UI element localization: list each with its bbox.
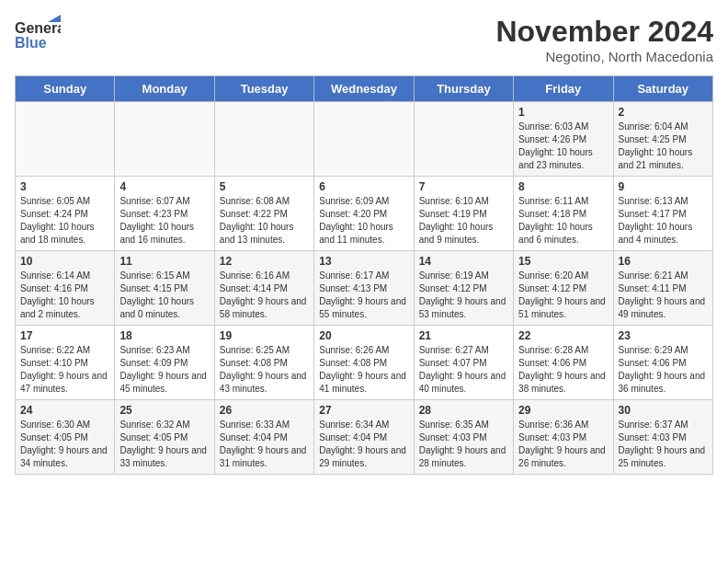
weekday-header-wednesday: Wednesday <box>314 76 414 102</box>
location-subtitle: Negotino, North Macedonia <box>495 49 713 64</box>
day-number: 5 <box>220 180 309 193</box>
day-info: Sunrise: 6:19 AM Sunset: 4:12 PM Dayligh… <box>419 270 508 321</box>
logo: General Blue <box>15 15 61 56</box>
calendar-cell: 10Sunrise: 6:14 AM Sunset: 4:16 PM Dayli… <box>16 251 115 326</box>
day-number: 22 <box>518 329 608 342</box>
calendar-cell: 29Sunrise: 6:36 AM Sunset: 4:03 PM Dayli… <box>514 400 613 475</box>
day-info: Sunrise: 6:21 AM Sunset: 4:11 PM Dayligh… <box>619 270 708 321</box>
calendar-cell: 21Sunrise: 6:27 AM Sunset: 4:07 PM Dayli… <box>414 326 513 400</box>
day-info: Sunrise: 6:36 AM Sunset: 4:03 PM Dayligh… <box>518 419 608 470</box>
day-info: Sunrise: 6:22 AM Sunset: 4:10 PM Dayligh… <box>20 344 109 396</box>
calendar-cell <box>16 102 115 177</box>
day-number: 15 <box>518 255 608 268</box>
week-row-4: 17Sunrise: 6:22 AM Sunset: 4:10 PM Dayli… <box>16 326 713 400</box>
day-number: 8 <box>518 180 608 193</box>
day-number: 18 <box>119 329 209 342</box>
day-number: 30 <box>619 404 708 417</box>
day-info: Sunrise: 6:30 AM Sunset: 4:05 PM Dayligh… <box>20 419 109 470</box>
calendar-cell: 4Sunrise: 6:07 AM Sunset: 4:23 PM Daylig… <box>115 177 214 251</box>
logo-icon: General Blue <box>15 15 61 56</box>
day-info: Sunrise: 6:09 AM Sunset: 4:20 PM Dayligh… <box>319 195 408 247</box>
day-number: 23 <box>619 329 708 342</box>
calendar-cell: 24Sunrise: 6:30 AM Sunset: 4:05 PM Dayli… <box>16 400 115 475</box>
calendar-cell: 5Sunrise: 6:08 AM Sunset: 4:22 PM Daylig… <box>214 177 313 251</box>
svg-text:Blue: Blue <box>15 35 47 51</box>
calendar-cell: 15Sunrise: 6:20 AM Sunset: 4:12 PM Dayli… <box>514 251 613 326</box>
day-info: Sunrise: 6:07 AM Sunset: 4:23 PM Dayligh… <box>119 195 209 247</box>
calendar-cell: 25Sunrise: 6:32 AM Sunset: 4:05 PM Dayli… <box>115 400 214 475</box>
day-info: Sunrise: 6:29 AM Sunset: 4:06 PM Dayligh… <box>619 344 708 396</box>
calendar-cell: 8Sunrise: 6:11 AM Sunset: 4:18 PM Daylig… <box>514 177 613 251</box>
calendar-cell: 19Sunrise: 6:25 AM Sunset: 4:08 PM Dayli… <box>214 326 313 400</box>
day-info: Sunrise: 6:20 AM Sunset: 4:12 PM Dayligh… <box>518 270 608 321</box>
calendar-cell: 18Sunrise: 6:23 AM Sunset: 4:09 PM Dayli… <box>115 326 214 400</box>
day-info: Sunrise: 6:10 AM Sunset: 4:19 PM Dayligh… <box>419 195 508 247</box>
day-info: Sunrise: 6:13 AM Sunset: 4:17 PM Dayligh… <box>619 195 708 247</box>
day-info: Sunrise: 6:14 AM Sunset: 4:16 PM Dayligh… <box>20 270 109 321</box>
day-number: 29 <box>518 404 608 417</box>
day-info: Sunrise: 6:15 AM Sunset: 4:15 PM Dayligh… <box>119 270 209 321</box>
calendar-cell: 23Sunrise: 6:29 AM Sunset: 4:06 PM Dayli… <box>613 326 712 400</box>
day-info: Sunrise: 6:26 AM Sunset: 4:08 PM Dayligh… <box>319 344 408 396</box>
calendar-cell: 16Sunrise: 6:21 AM Sunset: 4:11 PM Dayli… <box>613 251 712 326</box>
day-number: 26 <box>220 404 309 417</box>
day-number: 4 <box>119 180 209 193</box>
day-number: 2 <box>619 106 708 119</box>
day-number: 7 <box>419 180 508 193</box>
calendar-cell: 7Sunrise: 6:10 AM Sunset: 4:19 PM Daylig… <box>414 177 513 251</box>
weekday-header-friday: Friday <box>514 76 613 102</box>
day-number: 21 <box>419 329 508 342</box>
weekday-header-thursday: Thursday <box>414 76 513 102</box>
calendar-cell: 3Sunrise: 6:05 AM Sunset: 4:24 PM Daylig… <box>16 177 115 251</box>
day-number: 28 <box>419 404 508 417</box>
weekday-header-saturday: Saturday <box>613 76 712 102</box>
calendar-cell: 11Sunrise: 6:15 AM Sunset: 4:15 PM Dayli… <box>115 251 214 326</box>
day-number: 12 <box>220 255 309 268</box>
month-title: November 2024 <box>495 15 713 49</box>
day-number: 11 <box>119 255 209 268</box>
day-info: Sunrise: 6:27 AM Sunset: 4:07 PM Dayligh… <box>419 344 508 396</box>
day-info: Sunrise: 6:25 AM Sunset: 4:08 PM Dayligh… <box>220 344 309 396</box>
svg-text:General: General <box>15 20 61 36</box>
calendar-cell <box>214 102 313 177</box>
calendar-cell: 1Sunrise: 6:03 AM Sunset: 4:26 PM Daylig… <box>514 102 613 177</box>
day-info: Sunrise: 6:11 AM Sunset: 4:18 PM Dayligh… <box>518 195 608 247</box>
day-info: Sunrise: 6:08 AM Sunset: 4:22 PM Dayligh… <box>220 195 309 247</box>
day-info: Sunrise: 6:04 AM Sunset: 4:25 PM Dayligh… <box>619 121 708 172</box>
calendar-cell <box>115 102 214 177</box>
day-info: Sunrise: 6:17 AM Sunset: 4:13 PM Dayligh… <box>319 270 408 321</box>
day-number: 20 <box>319 329 408 342</box>
header: General Blue November 2024 Negotino, Nor… <box>15 15 713 64</box>
calendar-cell: 17Sunrise: 6:22 AM Sunset: 4:10 PM Dayli… <box>16 326 115 400</box>
day-number: 10 <box>20 255 109 268</box>
day-info: Sunrise: 6:03 AM Sunset: 4:26 PM Dayligh… <box>518 121 608 172</box>
week-row-3: 10Sunrise: 6:14 AM Sunset: 4:16 PM Dayli… <box>16 251 713 326</box>
calendar-cell: 12Sunrise: 6:16 AM Sunset: 4:14 PM Dayli… <box>214 251 313 326</box>
title-area: November 2024 Negotino, North Macedonia <box>495 15 713 64</box>
day-number: 6 <box>319 180 408 193</box>
day-info: Sunrise: 6:35 AM Sunset: 4:03 PM Dayligh… <box>419 419 508 470</box>
day-number: 16 <box>619 255 708 268</box>
calendar-cell: 20Sunrise: 6:26 AM Sunset: 4:08 PM Dayli… <box>314 326 414 400</box>
day-info: Sunrise: 6:33 AM Sunset: 4:04 PM Dayligh… <box>220 419 309 470</box>
weekday-header-sunday: Sunday <box>16 76 115 102</box>
day-info: Sunrise: 6:23 AM Sunset: 4:09 PM Dayligh… <box>119 344 209 396</box>
day-number: 24 <box>20 404 109 417</box>
week-row-1: 1Sunrise: 6:03 AM Sunset: 4:26 PM Daylig… <box>16 102 713 177</box>
day-info: Sunrise: 6:05 AM Sunset: 4:24 PM Dayligh… <box>20 195 109 247</box>
week-row-2: 3Sunrise: 6:05 AM Sunset: 4:24 PM Daylig… <box>16 177 713 251</box>
calendar-table: SundayMondayTuesdayWednesdayThursdayFrid… <box>15 75 713 475</box>
day-info: Sunrise: 6:28 AM Sunset: 4:06 PM Dayligh… <box>518 344 608 396</box>
day-number: 19 <box>220 329 309 342</box>
calendar-cell: 26Sunrise: 6:33 AM Sunset: 4:04 PM Dayli… <box>214 400 313 475</box>
day-number: 9 <box>619 180 708 193</box>
day-number: 25 <box>119 404 209 417</box>
day-info: Sunrise: 6:37 AM Sunset: 4:03 PM Dayligh… <box>619 419 708 470</box>
calendar-cell: 14Sunrise: 6:19 AM Sunset: 4:12 PM Dayli… <box>414 251 513 326</box>
calendar-cell: 22Sunrise: 6:28 AM Sunset: 4:06 PM Dayli… <box>514 326 613 400</box>
calendar-cell: 6Sunrise: 6:09 AM Sunset: 4:20 PM Daylig… <box>314 177 414 251</box>
day-info: Sunrise: 6:16 AM Sunset: 4:14 PM Dayligh… <box>220 270 309 321</box>
weekday-header-row: SundayMondayTuesdayWednesdayThursdayFrid… <box>16 76 713 102</box>
calendar-cell: 13Sunrise: 6:17 AM Sunset: 4:13 PM Dayli… <box>314 251 414 326</box>
week-row-5: 24Sunrise: 6:30 AM Sunset: 4:05 PM Dayli… <box>16 400 713 475</box>
